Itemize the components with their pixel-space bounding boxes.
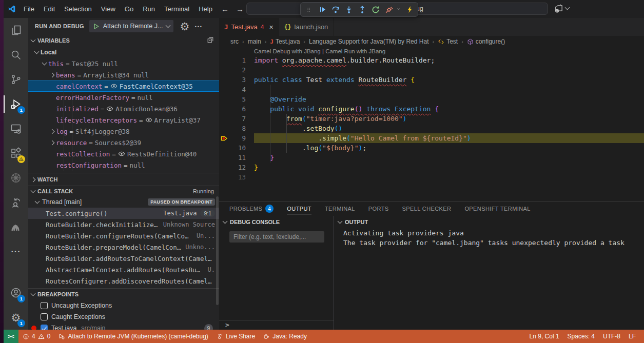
code-line-3[interactable]: 3 public class Test extends RouteBuilder… xyxy=(219,75,644,85)
close-icon[interactable]: × xyxy=(269,23,274,31)
activity-run-and-debug-icon[interactable]: 1 xyxy=(4,92,28,116)
breakpoint-checkbox[interactable] xyxy=(41,313,48,320)
breadcrumb-item[interactable]: main xyxy=(248,38,261,45)
menu-run[interactable]: Run xyxy=(138,0,160,18)
debug-console-header[interactable]: DEBUG CONSOLE xyxy=(219,216,334,228)
activity-live-share-icon[interactable] xyxy=(4,190,28,215)
remote-indicator[interactable]: >< xyxy=(4,330,18,343)
gutter-glyph[interactable] xyxy=(219,94,230,104)
activity-remote-explorer-icon[interactable] xyxy=(4,116,28,141)
panel-tab-ports[interactable]: PORTS xyxy=(368,201,389,216)
continue-icon[interactable] xyxy=(316,4,328,15)
editor-layout-button[interactable] xyxy=(554,4,569,13)
menu-terminal[interactable]: Terminal xyxy=(160,0,194,18)
call-stack-section-header[interactable]: CALL STACK Running xyxy=(28,186,219,196)
disconnect-icon[interactable] xyxy=(383,4,395,15)
activity-explorer-icon[interactable] xyxy=(4,18,28,43)
breadcrumb-item[interactable]: Language Support for Java(TM) by Red Hat xyxy=(309,38,428,45)
code-line-10[interactable]: 10 .log("${body}"); xyxy=(219,143,644,153)
menu-go[interactable]: Go xyxy=(120,0,138,18)
code-line-6[interactable]: 6 public void configure() throws Excepti… xyxy=(219,104,644,114)
gutter-glyph[interactable] xyxy=(219,163,230,172)
output-header[interactable]: OUTPUT xyxy=(334,216,644,228)
code-line-13[interactable]: 13 xyxy=(219,172,644,182)
menu-help[interactable]: Help xyxy=(194,0,217,18)
variable-row-log[interactable]: log=Slf4jLogger@38 xyxy=(28,126,219,137)
menu-selection[interactable]: Selection xyxy=(60,0,96,18)
activity-accounts-icon[interactable]: 1 xyxy=(4,280,28,305)
gutter-glyph[interactable] xyxy=(219,124,230,133)
gutter-glyph[interactable] xyxy=(219,75,230,85)
variable-row-beans[interactable]: beans=ArrayList@34 null xyxy=(28,69,219,80)
output-log[interactable]: Activating task providers javaThe task p… xyxy=(334,228,644,248)
debug-settings-gear-icon[interactable]: ⚙ xyxy=(180,21,189,32)
breakpoint-row[interactable]: Caught Exceptions xyxy=(28,311,219,322)
code-line-4[interactable]: 4 xyxy=(219,85,644,94)
forward-icon[interactable]: → xyxy=(236,5,244,13)
breakpoint-row[interactable]: Test.java src/main 9 xyxy=(28,322,219,330)
activity-search-icon[interactable] xyxy=(4,43,28,67)
step-over-icon[interactable] xyxy=(329,4,342,15)
current-line-breakpoint-icon[interactable] xyxy=(221,134,229,143)
console-input-prompt[interactable]: > xyxy=(219,320,334,330)
problems-status[interactable]: 4 0 xyxy=(18,330,54,343)
hot-code-replace-icon[interactable] xyxy=(403,4,416,15)
menu-file[interactable]: File xyxy=(19,0,39,18)
java-status-status[interactable]: Java: Ready xyxy=(259,330,311,343)
code-line-7[interactable]: 7 from("timer:java?period=1000") xyxy=(219,114,644,124)
stack-frame[interactable]: RouteBuilder.configureRoutes(CamelContex… xyxy=(28,230,219,241)
panel-tab-openshift-terminal[interactable]: OPENSHIFT TERMINAL xyxy=(464,201,530,216)
breadcrumb-item[interactable]: src xyxy=(230,38,239,45)
lazy-eval-eye-icon[interactable] xyxy=(118,150,125,157)
menu-view[interactable]: View xyxy=(96,0,120,18)
activity-camel-icon[interactable] xyxy=(4,215,28,239)
breakpoint-checkbox[interactable] xyxy=(41,302,48,309)
activity-extensions-icon[interactable] xyxy=(4,141,28,166)
code-line-8[interactable]: 8 .setBody() xyxy=(219,124,644,133)
chevron-down-icon[interactable] xyxy=(396,4,402,15)
step-into-icon[interactable] xyxy=(343,4,355,15)
indentation-status[interactable]: Spaces: 4 xyxy=(563,330,599,343)
code-line-9[interactable]: 9 .simple("Hello Camel from ${routeId}") xyxy=(219,133,644,143)
stack-frame[interactable]: RoutesConfigurer.addDiscoveredRoutes(Cam… xyxy=(28,275,219,287)
panel-tab-output[interactable]: OUTPUT xyxy=(287,201,311,216)
collapse-all-icon[interactable] xyxy=(207,36,214,45)
grip-icon[interactable] xyxy=(303,4,315,15)
code-line-1[interactable]: 1 import org.apache.camel.builder.RouteB… xyxy=(219,55,644,65)
views-more-icon[interactable]: ··· xyxy=(194,22,202,31)
launch-config-dropdown[interactable]: Attach to Remote J... xyxy=(89,20,174,32)
gutter-glyph[interactable] xyxy=(219,55,230,65)
back-icon[interactable]: ← xyxy=(221,5,229,13)
breakpoint-checkbox[interactable] xyxy=(41,325,48,330)
stack-frame[interactable]: RouteBuilder.prepareModel(CamelContext) … xyxy=(28,241,219,253)
breadcrumb-item[interactable]: configure() xyxy=(467,38,505,45)
variable-row-Local[interactable]: Local xyxy=(28,47,219,58)
activity-kubernetes-icon[interactable] xyxy=(4,166,28,190)
gutter-glyph[interactable] xyxy=(219,85,230,94)
variable-row-restConfiguration[interactable]: restConfiguration=null xyxy=(28,159,219,171)
cursor-position-status[interactable]: Ln 9, Col 1 xyxy=(525,330,563,343)
panel-tab-problems[interactable]: PROBLEMS4 xyxy=(229,201,274,216)
panel-tab-spell-checker[interactable]: SPELL CHECKER xyxy=(402,201,452,216)
breadcrumb-item[interactable]: JTest.java xyxy=(270,38,300,45)
codelens-link[interactable]: Camel Debug with JBang xyxy=(254,48,321,54)
lazy-eval-eye-icon[interactable] xyxy=(106,105,113,112)
lazy-eval-eye-icon[interactable] xyxy=(145,116,152,124)
variable-row-camelContext[interactable]: camelContext=FastCamelContext@35 xyxy=(28,80,219,92)
live-share-status[interactable]: Live Share xyxy=(212,330,259,343)
breadcrumb-item[interactable]: Test xyxy=(438,38,458,45)
variable-row-this[interactable]: this=Test@25 null xyxy=(28,58,219,69)
codelens-link[interactable]: Camel Run with JBang xyxy=(325,48,385,54)
menu-edit[interactable]: Edit xyxy=(39,0,60,18)
activity-settings-icon[interactable]: ⚙1 xyxy=(4,305,28,330)
debug-session-status[interactable]: Attach to Remote JVM (Kubernetes) (camel… xyxy=(54,330,212,343)
gutter-glyph[interactable] xyxy=(219,143,230,153)
activity-source-control-icon[interactable] xyxy=(4,67,28,92)
variable-row-resource[interactable]: resource=Sources$2@39 xyxy=(28,137,219,148)
variable-row-lifecycleInterceptors[interactable]: lifecycleInterceptors=ArrayList@37 xyxy=(28,114,219,126)
code-editor[interactable]: Camel Debug with JBang | Camel Run with … xyxy=(219,47,644,201)
tab-launch.json[interactable]: {} launch.json xyxy=(279,18,334,36)
variable-row-errorHandlerFactory[interactable]: errorHandlerFactory=null xyxy=(28,92,219,103)
watch-section-header[interactable]: WATCH xyxy=(28,173,219,186)
gutter-glyph[interactable] xyxy=(219,172,230,182)
